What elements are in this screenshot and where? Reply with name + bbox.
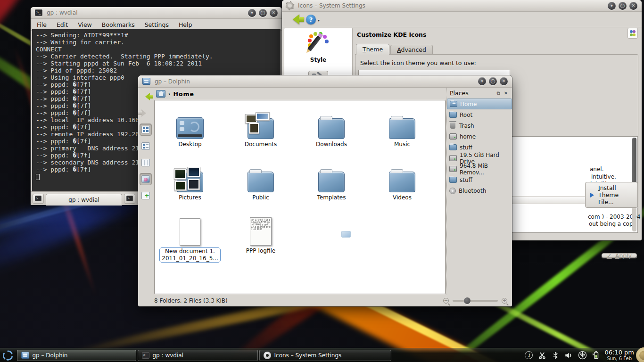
trash-icon xyxy=(450,123,455,129)
apply-button[interactable]: ✓ Apply xyxy=(602,253,637,258)
settings-title: Icons – System Settings xyxy=(298,2,365,9)
zoom-in-icon[interactable]: + xyxy=(502,298,507,304)
folder-icon xyxy=(318,118,345,139)
settings-titlebar[interactable]: Icons – System Settings ▾ ◯ ✕ xyxy=(282,0,642,12)
dolphin-icon xyxy=(142,78,150,85)
zoom-slider-handle[interactable] xyxy=(464,297,471,304)
settings-toolbar: ? xyxy=(282,12,642,27)
taskbar-task-system-settings[interactable]: Icons – System Settings xyxy=(259,350,391,361)
details-view-icon xyxy=(141,142,150,150)
folder-item-videos[interactable]: Videos xyxy=(367,158,438,212)
maximize-icon[interactable]: ◯ xyxy=(259,9,267,17)
checkmark-icon: ✓ xyxy=(607,252,612,259)
dolphin-toolbar xyxy=(138,88,153,295)
dolphin-icon xyxy=(21,352,29,359)
battery-icon[interactable] xyxy=(592,351,600,360)
breadcrumb-home[interactable]: Home xyxy=(173,90,195,98)
tab-advanced[interactable]: Advanced xyxy=(390,45,433,55)
terminal-line: --> Starting pppd at Sun Feb 6 18:08:22 … xyxy=(36,60,277,67)
folder-icon xyxy=(389,172,415,192)
details-view-button[interactable] xyxy=(140,140,152,152)
minimize-icon[interactable]: ▾ xyxy=(248,9,256,17)
minimize-icon[interactable]: ▾ xyxy=(478,77,486,85)
close-icon[interactable]: ✕ xyxy=(629,2,637,10)
bluetooth-icon[interactable] xyxy=(552,351,559,360)
dolphin-titlebar[interactable]: gp – Dolphin ▾ ◯ ✕ xyxy=(138,75,512,88)
back-button[interactable] xyxy=(140,90,152,103)
zoom-slider[interactable] xyxy=(453,300,498,302)
menu-bookmarks[interactable]: Bookmarks xyxy=(102,21,135,28)
folder-icon xyxy=(389,118,415,139)
preview-button[interactable] xyxy=(140,173,152,185)
theme-copyright-fragment: out being a copy xyxy=(589,221,636,227)
maximize-icon[interactable]: ◯ xyxy=(619,2,627,10)
taskbar-task-wvdial[interactable]: >_ gp : wvdial xyxy=(138,350,258,361)
clock-time: 06:10 pm xyxy=(604,349,634,355)
usb-device-icon[interactable] xyxy=(578,351,587,360)
status-text: 8 Folders, 2 Files (3.3 KiB) xyxy=(154,297,228,304)
icons-view-button[interactable] xyxy=(140,123,152,136)
terminal-titlebar[interactable]: >_ gp : wvdial ▾ ◯ ✕ xyxy=(31,7,282,19)
clock[interactable]: 06:10 pm Sun, 6 Feb xyxy=(604,349,634,362)
maximize-icon[interactable]: ◯ xyxy=(489,77,497,85)
float-panel-icon[interactable]: ⧉ xyxy=(495,90,502,96)
home-folder-icon[interactable] xyxy=(156,90,165,98)
file-item-new-document[interactable]: New document 1. 2011_01_20_16_5... xyxy=(155,212,225,273)
folder-item-documents[interactable]: Documents xyxy=(225,105,296,158)
breadcrumb-chevron: › xyxy=(168,91,171,97)
close-icon[interactable]: ✕ xyxy=(500,77,508,85)
folder-item-downloads[interactable]: Downloads xyxy=(296,105,367,158)
menu-help[interactable]: Help xyxy=(179,21,192,28)
back-icon[interactable] xyxy=(288,14,299,25)
close-panel-icon[interactable]: ✕ xyxy=(503,90,509,96)
places-item-root[interactable]: Root xyxy=(447,109,512,120)
terminal-tab[interactable]: gp : wvdial xyxy=(46,194,122,206)
desktop: >_ gp : wvdial ▾ ◯ ✕ File Edit View Book… xyxy=(0,0,644,362)
columns-view-button[interactable] xyxy=(140,156,152,169)
folder-item-public[interactable]: Public xyxy=(225,158,296,212)
split-view-button[interactable] xyxy=(140,189,152,202)
menu-view[interactable]: View xyxy=(78,21,92,28)
kde-launcher-icon xyxy=(2,349,14,362)
places-title: Places xyxy=(450,90,469,97)
minimize-icon[interactable]: ▾ xyxy=(608,2,616,10)
file-item-ppp-logfile[interactable]: Jan 17 09:4 7:18 gp-Asp ire-5738 pp pd[1… xyxy=(225,212,296,273)
breadcrumb[interactable]: › Home xyxy=(153,88,446,100)
places-panel: Places ⧉ ✕ Home Root Trash xyxy=(446,88,512,295)
folder-item-desktop[interactable]: Desktop xyxy=(155,105,225,158)
install-theme-button[interactable]: Install Theme File... xyxy=(585,182,638,208)
info-icon[interactable]: i xyxy=(525,351,533,359)
menu-edit[interactable]: Edit xyxy=(57,21,68,28)
folder-item-pictures[interactable]: Pictures xyxy=(155,158,225,212)
new-tab-button[interactable]: >_ xyxy=(33,194,44,204)
file-view[interactable]: Desktop Documents Downlo xyxy=(154,100,446,294)
taskbar: gp – Dolphin >_ gp : wvdial Icons – Syst… xyxy=(0,348,644,362)
places-item-removable[interactable]: 964.8 MiB Remov... xyxy=(447,164,512,174)
desktop-folder-icon xyxy=(176,117,204,139)
menu-settings[interactable]: Settings xyxy=(145,21,169,28)
close-tab-button[interactable]: >_ xyxy=(124,194,135,204)
places-item-home-drive[interactable]: home xyxy=(447,131,512,142)
folder-icon xyxy=(248,172,274,192)
menu-file[interactable]: File xyxy=(37,21,47,28)
taskbar-task-dolphin[interactable]: gp – Dolphin xyxy=(17,350,136,361)
drive-icon xyxy=(449,133,457,140)
page-title: Customize KDE Icons xyxy=(357,31,426,38)
folder-item-music[interactable]: Music xyxy=(367,105,438,158)
places-item-bluetooth[interactable]: Bluetooth xyxy=(447,185,512,196)
forward-button[interactable] xyxy=(140,107,152,119)
folder-item-templates[interactable]: Templates xyxy=(296,158,367,212)
places-item-stuff2[interactable]: stuff xyxy=(447,174,512,185)
close-icon[interactable]: ✕ xyxy=(270,9,278,17)
places-item-trash[interactable]: Trash xyxy=(447,120,512,131)
help-icon[interactable]: ? xyxy=(306,15,316,25)
panel-cashew-icon[interactable] xyxy=(636,347,644,362)
zoom-out-icon[interactable]: − xyxy=(443,298,449,304)
dolphin-window: gp – Dolphin ▾ ◯ ✕ › Home xyxy=(138,75,512,306)
tab-theme[interactable]: Theme xyxy=(356,44,389,55)
places-item-home[interactable]: Home xyxy=(447,99,512,109)
klipper-scissors-icon[interactable] xyxy=(538,351,546,360)
volume-icon[interactable] xyxy=(564,351,573,360)
app-launcher-button[interactable] xyxy=(0,349,16,362)
icons-view-icon xyxy=(141,126,150,133)
